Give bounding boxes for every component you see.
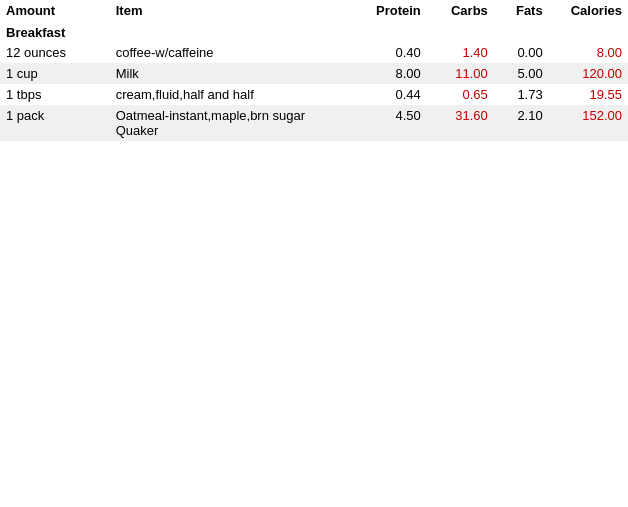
item-cell: cream,fluid,half and half: [110, 84, 354, 105]
protein-cell: 0.44: [354, 84, 427, 105]
item-cell: Oatmeal-instant,maple,brn sugar Quaker: [110, 105, 354, 141]
fats-cell: 0.00: [494, 42, 549, 63]
fats-cell: 2.10: [494, 105, 549, 141]
carbs-cell: 31.60: [427, 105, 494, 141]
food-row: 1 tbpscream,fluid,half and half0.440.651…: [0, 84, 628, 105]
protein-cell: 0.40: [354, 42, 427, 63]
col-header-amount: Amount: [0, 0, 110, 21]
col-header-calories: Calories: [549, 0, 628, 21]
carbs-cell: 1.40: [427, 42, 494, 63]
food-row: 12 ouncescoffee-w/caffeine0.401.400.008.…: [0, 42, 628, 63]
col-header-fats: Fats: [494, 0, 549, 21]
food-row: 1 cupMilk8.0011.005.00120.00: [0, 63, 628, 84]
food-row: 1 packOatmeal-instant,maple,brn sugar Qu…: [0, 105, 628, 141]
amount-cell: 12 ounces: [0, 42, 110, 63]
fats-cell: 1.73: [494, 84, 549, 105]
calories-cell: 152.00: [549, 105, 628, 141]
col-header-carbs: Carbs: [427, 0, 494, 21]
protein-cell: 8.00: [354, 63, 427, 84]
calories-cell: 8.00: [549, 42, 628, 63]
col-header-item: Item: [110, 0, 354, 21]
amount-cell: 1 tbps: [0, 84, 110, 105]
col-header-protein: Protein: [354, 0, 427, 21]
carbs-cell: 11.00: [427, 63, 494, 84]
item-cell: Milk: [110, 63, 354, 84]
amount-cell: 1 cup: [0, 63, 110, 84]
meal-section-header: Breakfast: [0, 21, 628, 42]
item-cell: coffee-w/caffeine: [110, 42, 354, 63]
calories-cell: 19.55: [549, 84, 628, 105]
protein-cell: 4.50: [354, 105, 427, 141]
nutrition-table: Amount Item Protein Carbs Fats Calories …: [0, 0, 628, 141]
meal-name: Breakfast: [0, 21, 628, 42]
fats-cell: 5.00: [494, 63, 549, 84]
carbs-cell: 0.65: [427, 84, 494, 105]
amount-cell: 1 pack: [0, 105, 110, 141]
calories-cell: 120.00: [549, 63, 628, 84]
